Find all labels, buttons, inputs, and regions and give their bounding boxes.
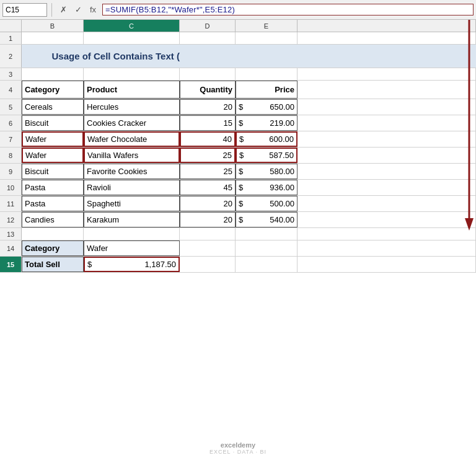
cell-quantity-6[interactable]: 15 (180, 115, 236, 131)
col-header-extra (298, 20, 476, 32)
cell-price-11[interactable]: $ 500.00 (236, 196, 298, 211)
cell-quantity-7[interactable]: 40 (180, 131, 236, 147)
cell-category-10[interactable]: Pasta (22, 180, 84, 195)
cell-d15[interactable] (180, 257, 236, 272)
cell-extra-15 (298, 257, 476, 272)
cell-product-7[interactable]: Wafer Chocolate (84, 131, 180, 147)
col-header-d[interactable]: D (180, 20, 236, 32)
cell-extra-7 (298, 131, 476, 147)
cell-product-5[interactable]: Hercules (84, 99, 180, 115)
col-header-e[interactable]: E (236, 20, 298, 32)
name-box-value: C15 (6, 6, 19, 14)
title-cell: Usage of Cell Contains Text (SUMIF) (84, 45, 180, 68)
price-value-8: 587.50 (246, 151, 294, 160)
summary-total-value[interactable]: $ 1,187.50 (84, 257, 180, 272)
cell-e3[interactable] (236, 68, 298, 80)
formula-bar-text[interactable]: =SUMIF(B5:B12,"*Wafer*",E5:E12) (102, 4, 474, 15)
price-value-7: 600.00 (246, 134, 294, 144)
cell-e13[interactable] (236, 228, 298, 240)
dollar-sign-10: $ (239, 183, 243, 192)
cell-category-11[interactable]: Pasta (22, 196, 84, 211)
header-category: Category (22, 81, 84, 99)
row-header-13: 13 (0, 228, 22, 240)
spreadsheet: B C D E 1 2 Usage of Cell Contains Text … (0, 20, 476, 460)
cell-d13[interactable] (180, 228, 236, 240)
dollar-sign-5: $ (239, 102, 243, 112)
row-header-11: 11 (0, 196, 22, 211)
cell-e14[interactable] (236, 240, 298, 256)
cell-extra-8 (298, 148, 476, 163)
formula-icons: ✗ ✓ fx (56, 3, 100, 17)
cell-category-5[interactable]: Cereals (22, 99, 84, 115)
row-header-6: 6 (0, 115, 22, 131)
row-5: 5 Cereals Hercules 20 $ 650.00 (0, 99, 476, 115)
data-rows: 5 Cereals Hercules 20 $ 650.00 6 Biscuit… (0, 99, 476, 228)
row-6: 6 Biscuit Cookies Cracker 15 $ 219.00 (0, 115, 476, 131)
cell-price-8[interactable]: $ 587.50 (236, 148, 298, 163)
cell-d1[interactable] (180, 32, 236, 44)
toolbar-separator (51, 3, 52, 17)
cell-product-6[interactable]: Cookies Cracker (84, 115, 180, 131)
toolbar: C15 ✗ ✓ fx =SUMIF(B5:B12,"*Wafer*",E5:E1… (0, 0, 476, 20)
col-header-b[interactable]: B (22, 20, 84, 32)
summary-category-value[interactable]: Wafer (84, 240, 180, 256)
cell-product-12[interactable]: Karakum (84, 212, 180, 227)
cell-quantity-11[interactable]: 20 (180, 196, 236, 211)
cell-quantity-5[interactable]: 20 (180, 99, 236, 115)
cell-price-12[interactable]: $ 540.00 (236, 212, 298, 227)
cell-product-11[interactable]: Spaghetti (84, 196, 180, 211)
row-4: 4 Category Product Quantity Price (0, 81, 476, 99)
row-header-7: 7 (0, 131, 22, 147)
cell-product-9[interactable]: Favorite Cookies (84, 164, 180, 179)
cell-quantity-8[interactable]: 25 (180, 148, 236, 163)
header-price: Price (236, 81, 298, 99)
cell-c1[interactable] (84, 32, 180, 44)
row-7: 7 Wafer Wafer Chocolate 40 $ 600.00 (0, 131, 476, 148)
cell-d14[interactable] (180, 240, 236, 256)
cell-category-7[interactable]: Wafer (22, 131, 84, 147)
cell-category-6[interactable]: Biscuit (22, 115, 84, 131)
cell-b13[interactable] (22, 228, 84, 240)
row-14: 14 Category Wafer (0, 240, 476, 257)
cell-product-8[interactable]: Vanilla Wafers (84, 148, 180, 163)
cell-b3[interactable] (22, 68, 84, 80)
row-header-5: 5 (0, 99, 22, 115)
price-value-6: 219.00 (245, 118, 294, 128)
column-headers: B C D E (0, 20, 476, 32)
cell-price-5[interactable]: $ 650.00 (236, 99, 298, 115)
dollar-sign-8: $ (239, 151, 244, 160)
cell-price-9[interactable]: $ 580.00 (236, 164, 298, 179)
cancel-button[interactable]: ✗ (56, 3, 70, 17)
cell-e15[interactable] (236, 257, 298, 272)
corner-header (0, 20, 22, 32)
cell-price-7[interactable]: $ 600.00 (236, 131, 298, 147)
row-12: 12 Candies Karakum 20 $ 540.00 (0, 212, 476, 228)
cell-category-12[interactable]: Candies (22, 212, 84, 227)
cell-b1[interactable] (22, 32, 84, 44)
row-8: 8 Wafer Vanilla Wafers 25 $ 587.50 (0, 148, 476, 164)
cell-c13[interactable] (84, 228, 180, 240)
row-header-8: 8 (0, 148, 22, 163)
price-value-10: 936.00 (245, 183, 294, 192)
row-header-12: 12 (0, 212, 22, 227)
watermark: exceldemy EXCEL · DATA · BI (209, 441, 267, 455)
confirm-button[interactable]: ✓ (71, 3, 85, 17)
fx-button[interactable]: fx (86, 3, 100, 17)
summary-category-label-text: Category (25, 244, 60, 253)
cell-quantity-9[interactable]: 25 (180, 164, 236, 179)
col-header-c[interactable]: C (84, 20, 180, 32)
row-header-9: 9 (0, 164, 22, 179)
cell-category-9[interactable]: Biscuit (22, 164, 84, 179)
dollar-sign-11: $ (239, 199, 243, 208)
cell-c3[interactable] (84, 68, 180, 80)
cell-quantity-12[interactable]: 20 (180, 212, 236, 227)
cell-category-8[interactable]: Wafer (22, 148, 84, 163)
name-box[interactable]: C15 (2, 3, 47, 17)
cell-price-6[interactable]: $ 219.00 (236, 115, 298, 131)
cell-quantity-10[interactable]: 45 (180, 180, 236, 195)
cell-d3[interactable] (180, 68, 236, 80)
cell-product-10[interactable]: Ravioli (84, 180, 180, 195)
cell-e1[interactable] (236, 32, 298, 44)
price-value-12: 540.00 (245, 215, 294, 224)
cell-price-10[interactable]: $ 936.00 (236, 180, 298, 195)
